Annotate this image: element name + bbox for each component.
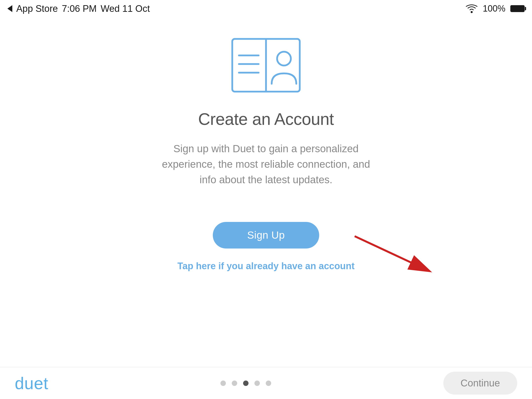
svg-point-6: [277, 52, 291, 66]
dot-1[interactable]: [220, 381, 226, 386]
bottom-bar: duet Continue: [0, 367, 532, 399]
dot-4[interactable]: [254, 381, 260, 386]
red-arrow-annotation: [350, 231, 448, 281]
account-icon-wrapper: [230, 37, 302, 95]
status-date: Wed 11 Oct: [101, 3, 150, 14]
wifi-icon: [466, 4, 478, 13]
dot-5[interactable]: [266, 381, 271, 386]
status-bar: App Store 7:06 PM Wed 11 Oct 100%: [0, 0, 532, 17]
status-right: 100%: [466, 3, 525, 14]
page-subtitle: Sign up with Duet to gain a personalized…: [155, 141, 377, 187]
page-dots: [220, 381, 271, 386]
dot-2[interactable]: [232, 381, 237, 386]
battery-icon: [510, 5, 525, 12]
svg-point-0: [471, 11, 473, 13]
status-left: App Store 7:06 PM Wed 11 Oct: [7, 3, 150, 14]
dot-3-active[interactable]: [243, 381, 249, 386]
app-store-label[interactable]: App Store: [16, 3, 58, 14]
duet-logo: duet: [15, 374, 48, 393]
already-have-account-link[interactable]: Tap here if you already have an account: [177, 261, 354, 271]
status-time: 7:06 PM: [62, 3, 97, 14]
main-content: Create an Account Sign up with Duet to g…: [0, 17, 532, 367]
page-title: Create an Account: [198, 109, 334, 129]
continue-button[interactable]: Continue: [443, 372, 517, 395]
svg-line-8: [355, 236, 429, 271]
account-icon: [230, 37, 302, 94]
battery-percent: 100%: [483, 3, 505, 14]
back-arrow-icon[interactable]: [7, 5, 12, 12]
link-area: Tap here if you already have an account: [177, 261, 354, 271]
signup-button[interactable]: Sign Up: [213, 222, 319, 249]
